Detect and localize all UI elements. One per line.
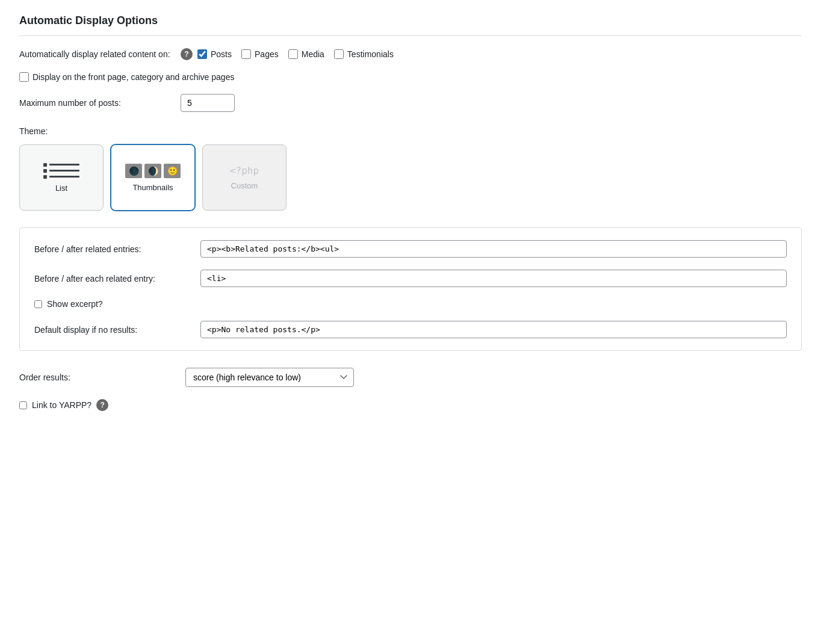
- list-icon-row-2: [43, 169, 79, 173]
- order-results-label: Order results:: [19, 373, 176, 382]
- page-title: Automatic Display Options: [19, 14, 802, 36]
- list-dot-2: [43, 169, 47, 173]
- checkbox-testimonials-label: Testimonials: [347, 49, 394, 59]
- theme-custom-label: Custom: [231, 181, 258, 190]
- theme-options: List 🌑 🌒 🙂 Thumbnails <?php Custom: [19, 144, 802, 211]
- checkbox-media-input[interactable]: [288, 49, 298, 59]
- order-results-row: Order results: score (high relevance to …: [19, 368, 802, 387]
- list-line-2: [49, 170, 79, 172]
- front-page-label: Display on the front page, category and …: [33, 72, 234, 82]
- checkbox-posts-label: Posts: [211, 49, 232, 59]
- list-dot-3: [43, 175, 47, 179]
- checkbox-media[interactable]: Media: [288, 49, 324, 59]
- show-excerpt-label: Show excerpt?: [47, 299, 103, 309]
- before-after-entries-input[interactable]: [200, 240, 787, 258]
- front-page-checkbox[interactable]: Display on the front page, category and …: [19, 72, 234, 82]
- checkbox-posts-input[interactable]: [197, 49, 207, 59]
- default-display-input[interactable]: [200, 321, 787, 338]
- before-after-entries-row: Before / after related entries:: [34, 240, 787, 258]
- auto-display-label: Automatically display related content on…: [19, 49, 176, 59]
- thumb-3: 🙂: [164, 164, 181, 178]
- theme-label: Theme:: [19, 126, 802, 136]
- before-after-entries-label: Before / after related entries:: [34, 244, 191, 254]
- max-posts-label: Maximum number of posts:: [19, 98, 176, 108]
- before-after-entry-row: Before / after each related entry:: [34, 270, 787, 287]
- checkbox-pages-label: Pages: [255, 49, 279, 59]
- list-line-1: [49, 164, 79, 166]
- before-after-entry-label: Before / after each related entry:: [34, 274, 191, 283]
- theme-thumbnails-button[interactable]: 🌑 🌒 🙂 Thumbnails: [111, 144, 195, 211]
- checkbox-posts[interactable]: Posts: [197, 49, 232, 59]
- front-page-input[interactable]: [19, 72, 29, 82]
- link-yarpp-label: Link to YARPP?: [32, 400, 91, 410]
- custom-php-icon: <?php: [230, 165, 259, 176]
- yarpp-help-icon[interactable]: ?: [96, 399, 108, 411]
- checkbox-pages-input[interactable]: [241, 49, 251, 59]
- default-display-row: Default display if no results:: [34, 321, 787, 338]
- theme-list-label: List: [55, 184, 67, 193]
- max-posts-input[interactable]: [181, 94, 235, 112]
- thumb-2: 🌒: [144, 164, 161, 178]
- before-after-entry-input[interactable]: [200, 270, 787, 287]
- show-excerpt-checkbox[interactable]: [34, 300, 42, 308]
- checkbox-testimonials[interactable]: Testimonials: [334, 49, 394, 59]
- list-theme-icon: [43, 163, 79, 179]
- max-posts-row: Maximum number of posts:: [19, 94, 802, 112]
- list-line-3: [49, 176, 79, 178]
- thumbnails-theme-icon: 🌑 🌒 🙂: [125, 164, 181, 178]
- list-icon-row-3: [43, 175, 79, 179]
- default-display-label: Default display if no results:: [34, 325, 191, 335]
- list-icon-row-1: [43, 163, 79, 167]
- show-excerpt-row: Show excerpt?: [34, 299, 787, 309]
- theme-list-button[interactable]: List: [19, 144, 104, 211]
- link-yarpp-row: Link to YARPP? ?: [19, 399, 802, 411]
- order-results-select[interactable]: score (high relevance to low) score (low…: [185, 368, 354, 387]
- checkbox-testimonials-input[interactable]: [334, 49, 344, 59]
- thumb-1: 🌑: [125, 164, 142, 178]
- theme-thumbnails-label: Thumbnails: [132, 183, 173, 192]
- link-yarpp-checkbox[interactable]: [19, 401, 27, 409]
- auto-display-row: Automatically display related content on…: [19, 48, 802, 60]
- list-dot-1: [43, 163, 47, 167]
- checkbox-media-label: Media: [302, 49, 324, 59]
- theme-custom-button[interactable]: <?php Custom: [202, 144, 287, 211]
- front-page-row: Display on the front page, category and …: [19, 72, 802, 82]
- help-icon[interactable]: ?: [181, 48, 193, 60]
- content-type-checkboxes: Posts Pages Media Testimonials: [197, 49, 394, 59]
- custom-section: Before / after related entries: Before /…: [19, 228, 802, 351]
- checkbox-pages[interactable]: Pages: [241, 49, 279, 59]
- settings-container: Automatic Display Options Automatically …: [0, 0, 821, 644]
